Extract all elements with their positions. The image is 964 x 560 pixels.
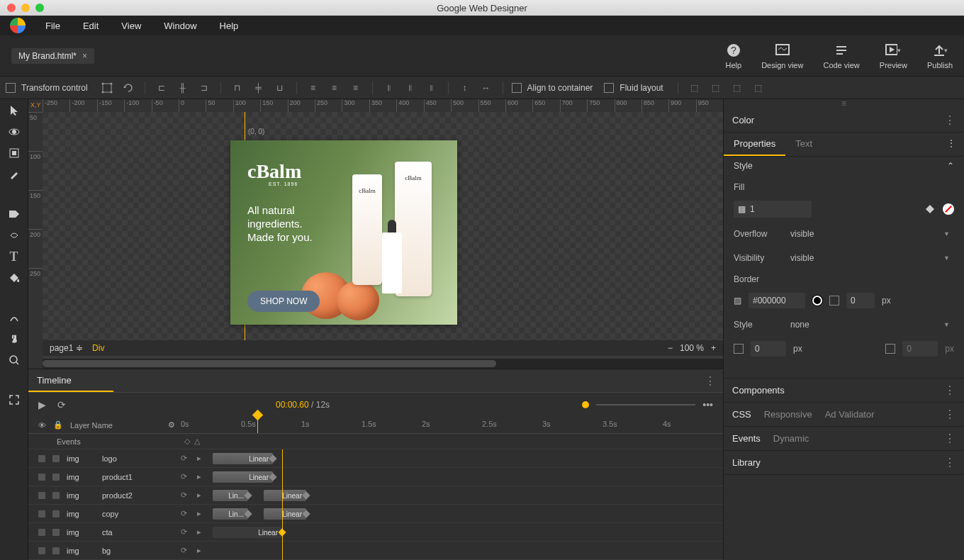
radius-link-b-icon[interactable] (885, 344, 895, 354)
space-v-icon[interactable]: ↕ (457, 80, 473, 96)
layer-loop-icon[interactable]: ⟳ (181, 527, 187, 537)
text-tool-icon[interactable]: T (7, 250, 21, 264)
border-width-field[interactable]: 0 (846, 293, 875, 308)
menu-view[interactable]: View (111, 18, 151, 34)
layer-lock-toggle[interactable] (52, 492, 60, 499)
space-h-icon[interactable]: ↔ (478, 80, 494, 96)
layer-expand-icon[interactable]: ▸ (197, 491, 201, 500)
zoom-value[interactable]: 100 % (680, 343, 704, 353)
border-color-field[interactable]: #000000 (749, 293, 805, 308)
rotate-icon[interactable] (120, 80, 136, 96)
timeline-events-row[interactable]: Events ◇△ (28, 434, 723, 449)
timeline-menu-icon[interactable]: ⋮ (705, 374, 723, 388)
opacity-field[interactable]: ▩1 (734, 201, 812, 218)
visibility-col-icon[interactable]: 👁 (38, 421, 46, 430)
layer-visibility-toggle[interactable] (38, 455, 45, 462)
dist-right-icon[interactable]: ⫴ (424, 80, 439, 96)
transform-checkbox[interactable] (6, 83, 16, 93)
design-view-button[interactable]: Design view (761, 43, 803, 69)
event-kf-icon[interactable]: ◇ (184, 437, 190, 446)
publish-button[interactable]: ▾Publish (927, 43, 953, 69)
timeline-heading[interactable]: Timeline (28, 369, 113, 392)
responsive-a-icon[interactable]: ⬚ (687, 80, 702, 96)
horizontal-scrollbar[interactable] (43, 359, 723, 369)
select-tool-icon[interactable] (7, 103, 21, 118)
radius-a-field[interactable]: 0 (751, 341, 786, 357)
tab-css[interactable]: CSS (732, 409, 751, 420)
border-swatch-icon[interactable] (812, 296, 822, 306)
timeline-layer-row[interactable]: imgbg⟳▸ (28, 542, 723, 560)
code-view-button[interactable]: Code view (823, 43, 859, 69)
layer-visibility-toggle[interactable] (38, 474, 45, 481)
layer-visibility-toggle[interactable] (38, 547, 45, 554)
layer-expand-icon[interactable]: ▸ (197, 509, 201, 518)
hand-tool-icon[interactable] (7, 332, 21, 346)
components-panel-heading[interactable]: Components⋮ (724, 379, 964, 403)
timeline-layer-row[interactable]: imgproduct2⟳▸Lin...Linear (28, 486, 723, 505)
fullscreen-tool-icon[interactable] (7, 393, 21, 407)
menu-edit[interactable]: Edit (73, 18, 108, 34)
fill-paint-icon[interactable] (924, 203, 936, 215)
events-menu-icon[interactable]: ⋮ (944, 432, 955, 445)
keyframe-icon[interactable] (244, 510, 252, 517)
library-menu-icon[interactable]: ⋮ (944, 456, 955, 469)
no-fill-icon[interactable] (943, 203, 954, 215)
timeline-zoom-slider-track[interactable] (596, 404, 695, 405)
library-panel-heading[interactable]: Library⋮ (724, 451, 964, 475)
preview-button[interactable]: ▾Preview (880, 43, 907, 69)
radius-b-field[interactable]: 0 (902, 341, 938, 357)
fluid-checkbox[interactable] (604, 83, 614, 93)
layer-visibility-toggle[interactable] (38, 510, 45, 517)
dist-top-icon[interactable]: ≡ (306, 80, 321, 96)
dist-bottom-icon[interactable]: ≡ (348, 80, 364, 96)
tab-properties[interactable]: Properties (724, 133, 785, 156)
timeline-layer-row[interactable]: imgcta⟳▸Linear (28, 523, 723, 542)
style-subheading[interactable]: Style⌃ (724, 157, 964, 175)
menu-window[interactable]: Window (154, 18, 206, 34)
color-menu-icon[interactable]: ⋮ (944, 113, 955, 127)
layer-lock-toggle[interactable] (52, 547, 60, 554)
animation-segment[interactable]: Linear (213, 527, 282, 538)
play-button-icon[interactable]: ▶ (38, 399, 46, 410)
keyframe-icon[interactable] (302, 491, 310, 499)
responsive-c-icon[interactable]: ⬚ (729, 80, 745, 96)
loop-button-icon[interactable]: ⟳ (57, 399, 66, 410)
scrollbar-thumb[interactable] (43, 360, 496, 367)
dist-hcenter-icon[interactable]: ⫴ (403, 80, 418, 96)
layer-expand-icon[interactable]: ▸ (197, 546, 201, 555)
layer-loop-icon[interactable]: ⟳ (181, 472, 187, 481)
tab-responsive[interactable]: Responsive (764, 409, 812, 420)
animation-segment[interactable]: Lin... (213, 508, 248, 520)
align-container-checkbox[interactable] (512, 83, 522, 93)
layer-loop-icon[interactable]: ⟳ (181, 546, 187, 555)
ad-creative[interactable]: cBalm EST. 1896 All natural ingredients.… (230, 140, 457, 325)
timeline-layer-row[interactable]: imglogo⟳▸Linear (28, 449, 723, 468)
layer-visibility-toggle[interactable] (38, 529, 45, 536)
layer-expand-icon[interactable]: ▸ (197, 454, 201, 463)
timeline-options-icon[interactable]: ••• (702, 399, 713, 410)
border-link-icon[interactable] (829, 296, 839, 306)
element-tool-icon[interactable] (7, 146, 21, 160)
timeline-layer-row[interactable]: imgcopy⟳▸Lin...Linear (28, 505, 723, 523)
collapse-icon[interactable]: ⌃ (947, 161, 954, 171)
dist-left-icon[interactable]: ⫴ (381, 80, 397, 96)
layer-lock-toggle[interactable] (52, 474, 60, 481)
3d-rotate-tool-icon[interactable] (7, 125, 21, 139)
pen-tool-icon[interactable] (7, 167, 21, 181)
visibility-select[interactable]: visible▼ (786, 250, 954, 266)
free-transform-icon[interactable] (99, 80, 115, 96)
align-left-icon[interactable]: ⊏ (154, 80, 169, 96)
breadcrumb[interactable]: page1 ≑ Div (50, 343, 104, 353)
close-tab-icon[interactable]: × (82, 51, 87, 61)
timeline-layer-row[interactable]: imgproduct1⟳▸Linear (28, 468, 723, 486)
align-bottom-icon[interactable]: ⊔ (272, 80, 288, 96)
align-top-icon[interactable]: ⊓ (230, 80, 245, 96)
keyframe-icon[interactable] (269, 454, 276, 462)
overflow-select[interactable]: visible▼ (786, 226, 954, 242)
properties-menu-icon[interactable]: ⋮ (938, 133, 964, 156)
align-right-icon[interactable]: ⊐ (196, 80, 212, 96)
zoom-in-button[interactable]: + (711, 343, 716, 353)
motion-path-tool-icon[interactable] (7, 310, 21, 325)
tag-tool-icon[interactable] (7, 207, 21, 221)
layer-lock-toggle[interactable] (52, 529, 60, 536)
